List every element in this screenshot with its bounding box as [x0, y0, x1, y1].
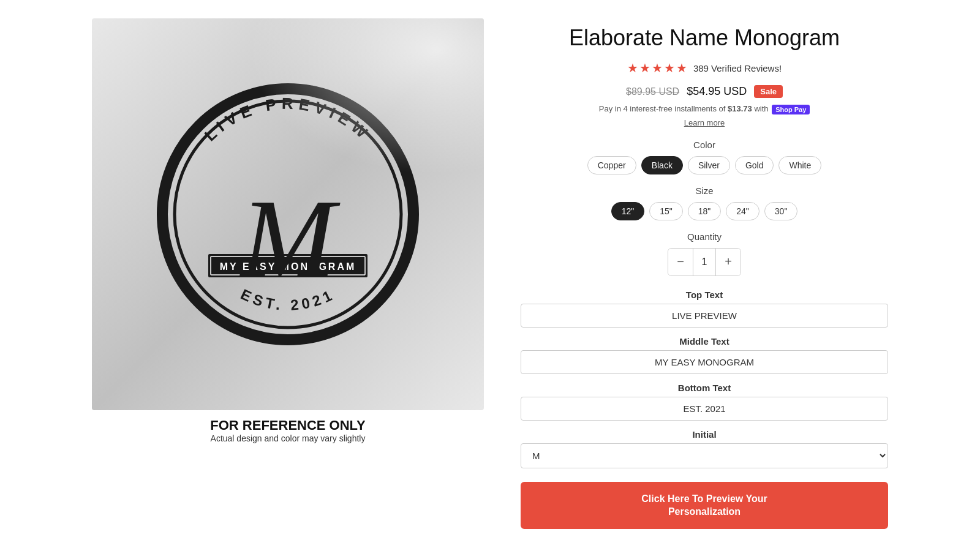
product-image-wrapper: LIVE PREVIEW EST. 2021 MY EASY MONOGRAM … [92, 18, 484, 443]
product-title: Elaborate Name Monogram [521, 24, 888, 51]
color-swatch-black[interactable]: Black [641, 156, 683, 174]
size-label: Size [521, 186, 888, 196]
color-swatch-gold[interactable]: Gold [735, 156, 774, 174]
svg-point-8 [285, 88, 291, 94]
preview-button[interactable]: Click Here To Preview YourPersonalizatio… [521, 482, 888, 530]
initial-label: Initial [521, 429, 888, 440]
quantity-value: 1 [693, 249, 716, 276]
quantity-label: Quantity [521, 231, 888, 242]
initial-section: Initial ABCDEFGHIJKLMNOPQRSTUVWXYZ [521, 429, 888, 468]
product-image-box: LIVE PREVIEW EST. 2021 MY EASY MONOGRAM … [92, 18, 484, 410]
bottom-text-input[interactable] [521, 397, 888, 421]
monogram-svg: LIVE PREVIEW EST. 2021 MY EASY MONOGRAM … [153, 80, 423, 349]
installment-suffix: with [754, 104, 768, 113]
reviews-count: 389 Verified Reviews! [693, 63, 782, 73]
image-caption-main: FOR REFERENCE ONLY [92, 418, 484, 433]
color-swatch-copper[interactable]: Copper [587, 156, 636, 174]
size-section: Size 12"15"18"24"30" [521, 186, 888, 220]
price-row: $89.95 USD $54.95 USD Sale [521, 85, 888, 98]
middle-text-section: Middle Text [521, 336, 888, 374]
color-swatch-silver[interactable]: Silver [688, 156, 730, 174]
quantity-section: Quantity − 1 + [521, 231, 888, 276]
installment-row: Pay in 4 interest-free installments of $… [521, 104, 888, 114]
color-section: Color CopperBlackSilverGoldWhite [521, 140, 888, 174]
installment-text: Pay in 4 interest-free installments of [599, 104, 728, 113]
sale-price: $54.95 USD [687, 85, 747, 98]
decrease-qty-button[interactable]: − [668, 249, 693, 276]
swatch-row: CopperBlackSilverGoldWhite [521, 156, 888, 174]
page-container: LIVE PREVIEW EST. 2021 MY EASY MONOGRAM … [92, 12, 888, 529]
bottom-text-section: Bottom Text [521, 383, 888, 421]
color-swatch-white[interactable]: White [778, 156, 821, 174]
size-btn-15in[interactable]: 15" [649, 202, 683, 220]
sale-badge: Sale [754, 85, 783, 98]
increase-qty-button[interactable]: + [716, 249, 741, 276]
middle-text-input[interactable] [521, 350, 888, 374]
star-rating: ★★★★★ [627, 61, 688, 75]
initial-select[interactable]: ABCDEFGHIJKLMNOPQRSTUVWXYZ [521, 443, 888, 468]
size-btn-30in[interactable]: 30" [764, 202, 798, 220]
middle-text-label: Middle Text [521, 336, 888, 347]
color-label: Color [521, 140, 888, 150]
reviews-row: ★★★★★ 389 Verified Reviews! [521, 61, 888, 75]
image-caption-sub: Actual design and color may vary slightl… [92, 433, 484, 443]
top-text-section: Top Text [521, 290, 888, 328]
size-btn-18in[interactable]: 18" [688, 202, 722, 220]
size-btn-12in[interactable]: 12" [611, 202, 645, 220]
shop-pay-badge: Shop Pay [772, 105, 810, 114]
bottom-text-label: Bottom Text [521, 383, 888, 393]
top-text-label: Top Text [521, 290, 888, 300]
size-btn-24in[interactable]: 24" [726, 202, 760, 220]
product-details: Elaborate Name Monogram ★★★★★ 389 Verifi… [521, 18, 888, 529]
quantity-control: − 1 + [668, 248, 741, 276]
top-text-input[interactable] [521, 304, 888, 328]
image-caption: FOR REFERENCE ONLY Actual design and col… [92, 418, 484, 443]
size-row: 12"15"18"24"30" [521, 202, 888, 220]
svg-text:M: M [239, 176, 341, 301]
original-price: $89.95 USD [626, 86, 679, 97]
learn-more-link[interactable]: Learn more [521, 118, 888, 127]
installment-amount: $13.73 [728, 104, 752, 113]
learn-more-anchor[interactable]: Learn more [684, 118, 725, 127]
